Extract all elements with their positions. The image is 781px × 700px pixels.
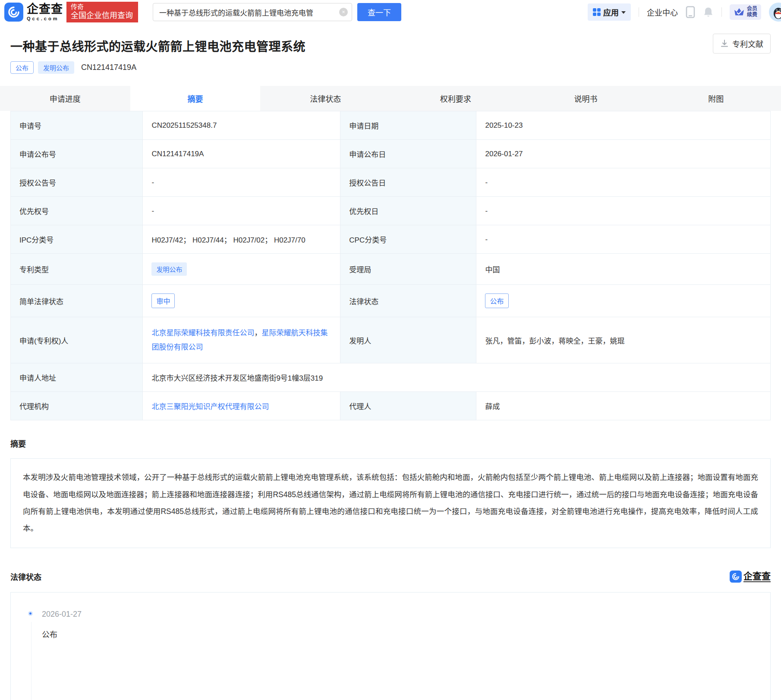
enterprise-center-link[interactable]: 企业中心	[647, 6, 678, 18]
label-priority-date: 优先权日	[340, 197, 476, 225]
table-row: 代理机构 北京三聚阳光知识产权代理有限公司 代理人 薛成	[11, 392, 771, 420]
slogan-line1: 传奇	[71, 3, 133, 11]
value-application-no: CN202511525348.7	[143, 111, 340, 140]
divider	[639, 7, 639, 17]
label-priority-no: 优先权号	[11, 197, 143, 225]
legal-status-badge: 公布	[485, 293, 508, 308]
label-ipc: IPC分类号	[11, 225, 143, 254]
label-grant-date: 授权公告日	[340, 168, 476, 197]
label-simple-legal-status: 简单法律状态	[11, 285, 143, 317]
value-priority-date: -	[476, 197, 771, 225]
table-row: 申请号 CN202511525348.7 申请日期 2025-10-23	[11, 111, 771, 140]
title-badges: 公布 发明公布 CN121417419A	[10, 61, 771, 74]
patent-type-badge: 发明公布	[151, 262, 187, 276]
value-simple-legal-status: 审中	[143, 285, 340, 317]
abstract-heading: 摘要	[10, 438, 771, 449]
search-box: ×	[153, 3, 352, 21]
value-applicant: 北京星际荣耀科技有限责任公司，星际荣耀航天科技集团股份有限公司	[143, 317, 340, 363]
label-publication-date: 申请公布日	[340, 140, 476, 168]
search-input[interactable]	[153, 3, 352, 21]
label-address: 申请人地址	[11, 363, 143, 392]
divider	[721, 7, 722, 17]
timeline-status: 公布	[42, 628, 770, 640]
slogan-badge: 传奇 全国企业信用查询	[66, 2, 138, 22]
value-grant-no: -	[143, 168, 340, 197]
value-cpc: -	[476, 225, 771, 254]
download-icon	[720, 39, 729, 48]
label-application-date: 申请日期	[340, 111, 476, 140]
search-button[interactable]: 查一下	[357, 3, 401, 21]
table-row: 授权公告号 - 授权公告日 -	[11, 168, 771, 197]
patent-document-label: 专利文献	[732, 38, 763, 49]
table-row: 简单法律状态 审中 法律状态 公布	[11, 285, 771, 317]
slogan-line2: 全国企业信用查询	[71, 11, 133, 21]
label-publication-no: 申请公布号	[11, 140, 143, 168]
value-inventors: 张凡，管笛，彭小波，蒋映全，王豪，姚琨	[476, 317, 771, 363]
value-agency: 北京三聚阳光知识产权代理有限公司	[143, 392, 340, 420]
member-renew-label: 会员 续费	[747, 6, 757, 18]
value-legal-status: 公布	[476, 285, 771, 317]
apps-grid-icon	[593, 8, 601, 16]
patent-document-button[interactable]: 专利文献	[713, 34, 771, 54]
notification-bell-icon[interactable]	[703, 6, 714, 18]
label-inventors: 发明人	[340, 317, 476, 363]
qcc-brand-text: 企查查 Qcc.com	[27, 3, 63, 21]
tab-drawings[interactable]: 附图	[651, 86, 781, 111]
tab-abstract[interactable]: 摘要	[130, 86, 261, 111]
value-ipc: H02J7/42； H02J7/44； H02J7/02； H02J7/70	[143, 225, 340, 254]
timeline-date: 2026-01-27	[42, 610, 770, 619]
member-renew-button[interactable]: 会员 续费	[730, 4, 761, 20]
applicant-link-1[interactable]: 北京星际荣耀科技有限责任公司	[151, 329, 254, 337]
tab-legal-status[interactable]: 法律状态	[260, 86, 390, 111]
mobile-app-icon[interactable]	[686, 6, 695, 18]
label-agency: 代理机构	[11, 392, 143, 420]
status-badge-publication: 公布	[10, 61, 34, 74]
value-office: 中国	[476, 254, 771, 285]
tab-claims[interactable]: 权利要求	[390, 86, 521, 111]
apps-label: 应用	[603, 6, 619, 18]
apps-menu[interactable]: 应用	[588, 3, 631, 21]
label-office: 受理局	[340, 254, 476, 285]
label-patent-type: 专利类型	[11, 254, 143, 285]
value-publication-no: CN121417419A	[143, 140, 340, 168]
qcc-mini-icon	[730, 571, 742, 583]
search-area: × 查一下	[153, 2, 401, 22]
legal-status-section: 法律状态 企查查 2026-01-27 公布	[0, 571, 781, 700]
user-avatar[interactable]	[769, 3, 781, 22]
simple-legal-status-badge: 审中	[151, 293, 175, 308]
applicant-separator: ，	[254, 329, 261, 337]
table-row: 申请人地址 北京市大兴区经济技术开发区地盛南街9号1幢3层319	[11, 363, 771, 392]
value-publication-date: 2026-01-27	[476, 140, 771, 168]
brand-name: 企查查	[27, 3, 63, 15]
type-badge-invention: 发明公布	[38, 61, 74, 74]
label-application-no: 申请号	[11, 111, 143, 140]
abstract-section: 摘要 本发明涉及火箭电池管理技术领域，公开了一种基于总线形式的运载火箭箭上锂电池…	[0, 438, 781, 548]
tab-application-progress[interactable]: 申请进度	[0, 86, 130, 111]
qcc-mini-label: 企查查	[743, 571, 771, 582]
agency-link[interactable]: 北京三聚阳光知识产权代理有限公司	[151, 403, 269, 411]
value-application-date: 2025-10-23	[476, 111, 771, 140]
value-priority-no: -	[143, 197, 340, 225]
label-agent: 代理人	[340, 392, 476, 420]
label-legal-status: 法律状态	[340, 285, 476, 317]
crown-icon	[734, 7, 745, 17]
table-row: 申请(专利权)人 北京星际荣耀科技有限责任公司，星际荣耀航天科技集团股份有限公司…	[11, 317, 771, 363]
qcc-logo[interactable]: 企查查 Qcc.com	[4, 2, 63, 22]
tab-description[interactable]: 说明书	[521, 86, 651, 111]
qcc-watermark-logo: 企查查	[730, 571, 771, 583]
label-applicant: 申请(专利权)人	[11, 317, 143, 363]
top-header: 企查查 Qcc.com 传奇 全国企业信用查询 × 查一下 应用 企业中心	[0, 0, 781, 24]
table-row: 申请公布号 CN121417419A 申请公布日 2026-01-27	[11, 140, 771, 168]
timeline-dot-icon	[28, 611, 33, 616]
penguin-avatar-icon	[770, 3, 781, 21]
table-row: 优先权号 - 优先权日 -	[11, 197, 771, 225]
patent-info-table: 申请号 CN202511525348.7 申请日期 2025-10-23 申请公…	[10, 111, 771, 420]
label-grant-no: 授权公告号	[11, 168, 143, 197]
page-title: 一种基于总线形式的运载火箭箭上锂电池充电管理系统	[10, 37, 771, 54]
publication-number: CN121417419A	[81, 63, 136, 72]
title-section: 一种基于总线形式的运载火箭箭上锂电池充电管理系统 专利文献 公布 发明公布 CN…	[0, 24, 781, 74]
timeline-line	[31, 622, 31, 700]
clear-search-icon[interactable]: ×	[339, 8, 348, 16]
value-agent: 薛成	[476, 392, 771, 420]
qcc-logo-icon	[4, 3, 23, 22]
